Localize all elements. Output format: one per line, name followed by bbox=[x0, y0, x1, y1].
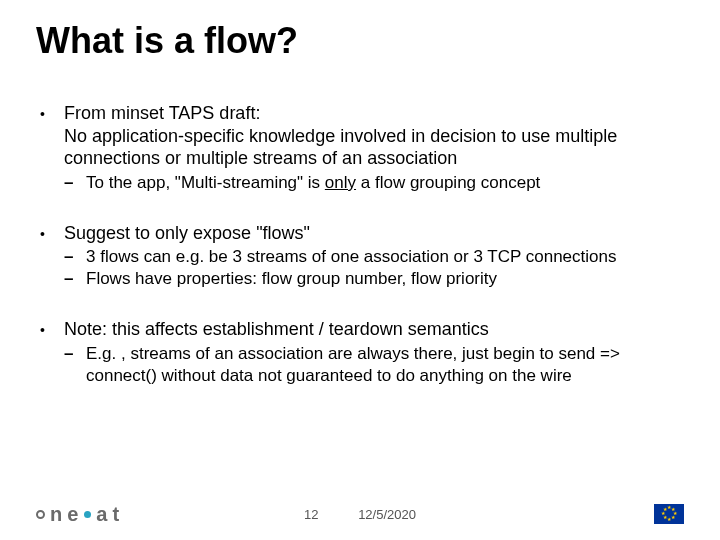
sub-bullet-item: – 3 flows can e.g. be 3 streams of one a… bbox=[64, 246, 684, 268]
sub-text-suffix: a flow grouping concept bbox=[356, 173, 540, 192]
sub-bullet-list: – To the app, "Multi-streaming" is only … bbox=[36, 172, 684, 194]
bullet-dot-icon bbox=[36, 102, 64, 170]
bullet-item: From minset TAPS draft: No application-s… bbox=[36, 102, 684, 194]
bullet-text: Note: this affects establishment / teard… bbox=[64, 319, 489, 339]
eu-flag-icon: ★ ★ ★ ★ ★ ★ ★ ★ bbox=[654, 504, 684, 524]
bullet-text: From minset TAPS draft: bbox=[64, 103, 260, 123]
bullet-dot-icon bbox=[36, 222, 64, 245]
sub-text-underline: only bbox=[325, 173, 356, 192]
dash-icon: – bbox=[64, 172, 86, 194]
slide-title: What is a flow? bbox=[36, 20, 684, 62]
bullet-item: Note: this affects establishment / teard… bbox=[36, 318, 684, 387]
slide-date: 12/5/2020 bbox=[358, 507, 416, 522]
sub-bullet-item: – Flows have properties: flow group numb… bbox=[64, 268, 684, 290]
bullet-list: From minset TAPS draft: No application-s… bbox=[36, 102, 684, 387]
sub-text: E.g. , streams of an association are alw… bbox=[86, 343, 684, 387]
sub-bullet-item: – E.g. , streams of an association are a… bbox=[64, 343, 684, 387]
dash-icon: – bbox=[64, 343, 86, 387]
sub-bullet-list: – E.g. , streams of an association are a… bbox=[36, 343, 684, 387]
sub-bullet-list: – 3 flows can e.g. be 3 streams of one a… bbox=[36, 246, 684, 290]
dash-icon: – bbox=[64, 246, 86, 268]
sub-text: 3 flows can e.g. be 3 streams of one ass… bbox=[86, 246, 684, 268]
bullet-continuation: No application-specific knowledge involv… bbox=[64, 126, 617, 169]
sub-bullet-item: – To the app, "Multi-streaming" is only … bbox=[64, 172, 684, 194]
sub-text: Flows have properties: flow group number… bbox=[86, 268, 684, 290]
page-number: 12 bbox=[304, 507, 318, 522]
sub-text-prefix: To the app, "Multi-streaming" is bbox=[86, 173, 325, 192]
dash-icon: – bbox=[64, 268, 86, 290]
slide: What is a flow? From minset TAPS draft: … bbox=[0, 0, 720, 540]
bullet-text: Suggest to only expose "flows" bbox=[64, 223, 310, 243]
footer-center: 12 12/5/2020 bbox=[0, 507, 720, 522]
slide-footer: neat 12 12/5/2020 ★ ★ ★ ★ ★ ★ ★ ★ bbox=[0, 496, 720, 526]
bullet-item: Suggest to only expose "flows" – 3 flows… bbox=[36, 222, 684, 291]
eu-stars: ★ ★ ★ ★ ★ ★ ★ ★ bbox=[661, 506, 677, 522]
bullet-dot-icon bbox=[36, 318, 64, 341]
